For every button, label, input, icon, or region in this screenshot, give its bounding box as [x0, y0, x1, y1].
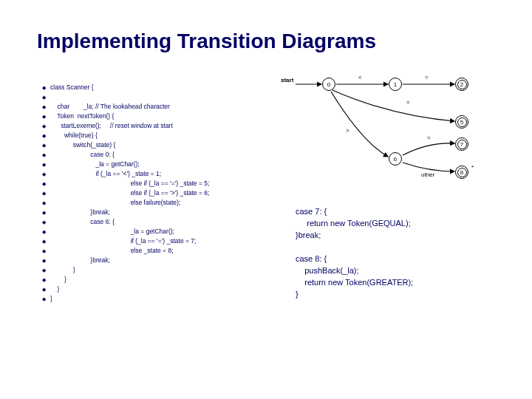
bullet-icon: ◆: [37, 92, 50, 102]
state-node-0: 0: [322, 78, 335, 91]
start-label: start: [281, 77, 293, 83]
code-text: else if (_la == '=') _state = 5;: [50, 179, 209, 188]
code-text: else if (_la == '>') _state = 6;: [50, 188, 209, 198]
edge-label-eq3: =: [427, 134, 431, 141]
code-text: case 6: {: [50, 217, 115, 227]
bullet-icon: ◆: [37, 227, 50, 236]
code-text: else _state = 8;: [50, 246, 174, 256]
code-text: if (_la == '=') _state = 7;: [50, 236, 196, 246]
state-node-8: 8: [455, 166, 468, 179]
code-line: ◆ }break;: [37, 256, 273, 265]
code-line: ◆ while(true) {: [37, 131, 273, 140]
code-line: ◆ char _la; // The lookahead character: [37, 102, 273, 112]
code-line: ◆ case 6: {: [37, 217, 273, 227]
state-node-7: 7: [455, 137, 468, 151]
bullet-icon: ◆: [37, 160, 50, 169]
bullet-icon: ◆: [37, 198, 50, 208]
edge-label-other: other: [421, 171, 434, 178]
code-text: else failure(state);: [50, 198, 180, 208]
bullet-icon: ◆: [37, 83, 50, 92]
edge-label-lt: <: [358, 74, 362, 81]
right-code-block: case 7: { return new Token(GEQUAL); }bre…: [296, 205, 413, 300]
code-column: ◆class Scanner { ◆ ◆ char _la; // The lo…: [37, 83, 273, 304]
code-line: ◆ else failure(state);: [37, 198, 273, 208]
edge-label-gt: >: [346, 127, 349, 134]
bullet-icon: ◆: [37, 275, 50, 284]
code-text: Token nextToken() {: [50, 112, 114, 121]
bullet-icon: ◆: [37, 208, 50, 217]
code-line: ◆ }: [37, 284, 273, 294]
code-text: startLexeme(); // reset window at start: [50, 121, 173, 131]
code-line: ◆ else if (_la == '=') _state = 5;: [37, 179, 273, 188]
bullet-icon: ◆: [37, 131, 50, 140]
bullet-icon: ◆: [37, 102, 50, 112]
bullet-icon: ◆: [37, 294, 50, 304]
code-text: }: [50, 284, 59, 294]
bullet-icon: ◆: [37, 140, 50, 150]
edge-label-eq: =: [425, 74, 429, 81]
code-line: ◆ if (_la == '<') _state = 1;: [37, 169, 273, 179]
code-line: ◆ startLexeme(); // reset window at star…: [37, 121, 273, 131]
code-line: ◆ else _state = 8;: [37, 246, 273, 256]
code-text: }break;: [50, 256, 110, 265]
code-line: ◆ }break;: [37, 208, 273, 217]
bullet-icon: ◆: [37, 169, 50, 179]
code-text: }: [50, 275, 66, 284]
code-line: ◆ }: [37, 275, 273, 284]
code-line: ◆ _la = getChar();: [37, 227, 273, 236]
state-node-5: 5: [455, 115, 468, 129]
code-line: ◆ else if (_la == '>') _state = 6;: [37, 188, 273, 198]
bullet-icon: ◆: [37, 150, 50, 160]
transition-diagram: start 0 1 2 5 6 7 8 < = = > = other *: [281, 75, 488, 186]
code-text: case 0: {: [50, 150, 115, 160]
diagram-column: start 0 1 2 5 6 7 8 < = = > = other * ca…: [273, 83, 495, 304]
code-line: ◆ if (_la == '=') _state = 7;: [37, 236, 273, 246]
state-node-6: 6: [389, 152, 402, 166]
code-line: ◆ _la = getChar();: [37, 160, 273, 169]
bullet-icon: ◆: [37, 179, 50, 188]
code-line: ◆ Token nextToken() {: [37, 112, 273, 121]
bullet-icon: ◆: [37, 121, 50, 131]
code-text: char _la; // The lookahead character: [50, 102, 170, 112]
code-text: class Scanner {: [50, 83, 94, 92]
code-line: ◆}: [37, 294, 273, 304]
code-text: while(true) {: [50, 131, 98, 140]
code-text: }: [50, 294, 52, 304]
code-text: if (_la == '<') _state = 1;: [50, 169, 161, 179]
state-node-1: 1: [389, 78, 402, 91]
code-line: ◆ case 0: {: [37, 150, 273, 160]
code-line: ◆: [37, 92, 273, 102]
code-text: switch(_state) {: [50, 140, 115, 150]
bullet-icon: ◆: [37, 246, 50, 256]
bullet-icon: ◆: [37, 256, 50, 265]
code-text: }break;: [50, 208, 110, 217]
code-text: }: [50, 265, 75, 275]
bullet-icon: ◆: [37, 236, 50, 246]
state-node-2: 2: [455, 78, 468, 91]
code-text: _la = getChar();: [50, 227, 174, 236]
edge-label-eq2: =: [406, 99, 410, 106]
bullet-icon: ◆: [37, 112, 50, 121]
slide-title: Implementing Transition Diagrams: [37, 30, 495, 53]
bullet-icon: ◆: [37, 188, 50, 198]
star-label: *: [471, 164, 474, 171]
code-line: ◆class Scanner {: [37, 83, 273, 92]
bullet-icon: ◆: [37, 265, 50, 275]
code-text: _la = getChar();: [50, 160, 140, 169]
code-line: ◆ }: [37, 265, 273, 275]
slide-content: ◆class Scanner { ◆ ◆ char _la; // The lo…: [37, 83, 495, 304]
bullet-icon: ◆: [37, 217, 50, 227]
code-line: ◆ switch(_state) {: [37, 140, 273, 150]
bullet-icon: ◆: [37, 284, 50, 294]
